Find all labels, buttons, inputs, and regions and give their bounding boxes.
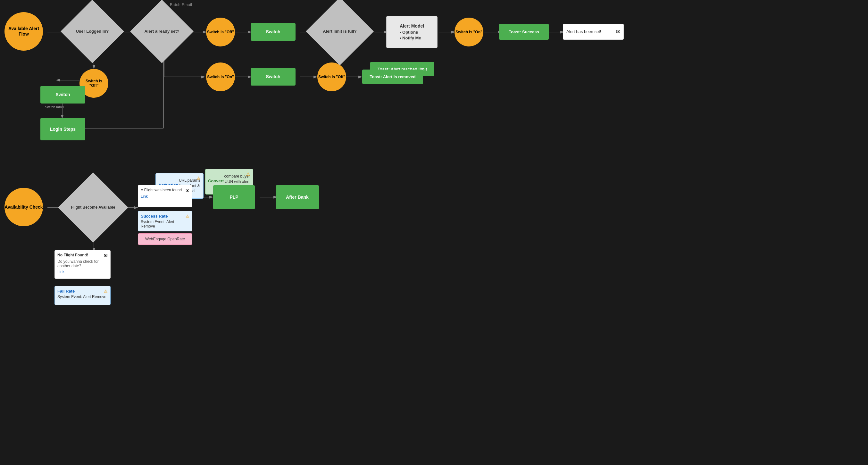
alert-model-rect: Alert Model • Options • Notify Me: [386, 16, 437, 48]
no-flight-card: No Flight Found! ✉ Do you wanna check fo…: [55, 250, 111, 279]
activation-warning-icon: ⚠: [196, 175, 200, 182]
availability-check-node: Availability Check: [4, 188, 43, 226]
switch-on-circle-2: Switch is "On": [206, 62, 235, 91]
switch-rect-3[interactable]: Switch: [40, 86, 85, 103]
toast-success: Toast: Success: [499, 24, 549, 40]
diagram-canvas: Batch Email Available Alert Flow User Lo…: [0, 0, 868, 465]
success-rate-card: Success Rate ⚠ System Event: Alert Remov…: [138, 211, 192, 231]
alert-already-set-diamond: Alert already set?: [130, 0, 194, 63]
flight-become-available-diamond: Flight Become Available: [58, 173, 128, 243]
alert-limit-full-diamond: Alert limit is full?: [306, 0, 374, 65]
after-bank-rect[interactable]: After Bank: [276, 185, 319, 209]
flight-found-card: A Flight was been found. ✉ Link: [138, 185, 192, 207]
switch-on-circle-1: Switch is "On": [455, 18, 483, 46]
login-steps-rect[interactable]: Login Steps: [40, 118, 85, 141]
switch-rect-2[interactable]: Switch: [251, 68, 296, 86]
plp-rect[interactable]: PLP: [213, 185, 255, 209]
switch-rect-1[interactable]: Switch: [251, 23, 296, 41]
webengage-card: WebEngage OpenRate: [138, 233, 192, 245]
switch-label-1: Switch label: [45, 105, 64, 109]
toast-alert-removed: Toast: Alert is removed: [362, 69, 423, 84]
user-logged-in-diamond: User Logged In?: [61, 0, 124, 63]
batch-email-label: Batch Email: [170, 3, 192, 7]
switch-off-circle-1: Switch is "Off": [206, 18, 235, 46]
switch-off-circle-2: Switch is "Off": [317, 62, 346, 91]
convert-warning-icon: ⚠: [246, 171, 250, 178]
available-alert-flow-node: Available Alert Flow: [4, 12, 43, 51]
fail-rate-card: Fail Rate ⚠ System Event: Alert Remove: [55, 286, 111, 305]
alert-set-notification: Alert has been set! ✉: [563, 24, 624, 40]
